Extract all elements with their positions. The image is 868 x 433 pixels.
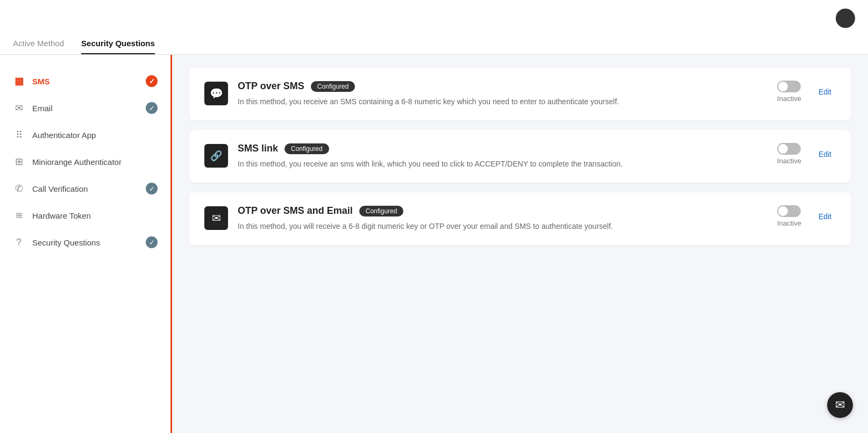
tab-active-method[interactable]: Active Method	[13, 34, 64, 54]
tab-security-questions[interactable]: Security Questions	[81, 34, 155, 54]
sidebar-label-sms: SMS	[32, 77, 50, 86]
email-sidebar-icon: ✉	[13, 102, 25, 114]
otp-sms-edit-button[interactable]: Edit	[814, 88, 836, 96]
sidebar-item-sms[interactable]: ▦SMS✓	[0, 68, 170, 95]
sidebar-item-security-questions[interactable]: ?Security Questions✓	[0, 229, 170, 256]
method-card-otp-sms: 💬OTP over SMSConfiguredIn this method, y…	[189, 68, 851, 120]
sms-link-icon: 🔗	[204, 144, 228, 168]
otp-sms-email-toggle[interactable]	[777, 205, 801, 217]
otp-sms-email-description: In this method, you will receive a 6-8 d…	[238, 221, 679, 232]
sidebar-item-call-verification[interactable]: ✆Call Verification✓	[0, 175, 170, 202]
sidebar: ▦SMS✓✉Email✓⠿Authenticator App⊞Miniorang…	[0, 55, 172, 433]
otp-sms-description: In this method, you receive an SMS conta…	[238, 96, 679, 107]
method-card-otp-sms-email: ✉OTP over SMS and EmailConfiguredIn this…	[189, 192, 851, 245]
sidebar-label-call-verification: Call Verification	[32, 184, 88, 193]
sidebar-item-hardware-token[interactable]: ≋Hardware Token	[0, 202, 170, 229]
sms-link-toggle[interactable]	[777, 143, 801, 155]
sms-link-title: SMS link	[238, 143, 278, 154]
sidebar-label-security-questions: Security Questions	[32, 238, 100, 247]
otp-sms-toggle-label: Inactive	[777, 95, 801, 103]
sms-link-toggle-label: Inactive	[777, 157, 801, 165]
sms-link-edit-button[interactable]: Edit	[814, 150, 836, 158]
authenticator-app-sidebar-icon: ⠿	[13, 129, 25, 141]
sidebar-check-sms: ✓	[146, 75, 158, 87]
sms-sidebar-icon: ▦	[13, 75, 25, 87]
content-area: 💬OTP over SMSConfiguredIn this method, y…	[172, 55, 868, 433]
otp-sms-email-toggle-label: Inactive	[777, 219, 801, 227]
sidebar-check-call-verification: ✓	[146, 183, 158, 194]
sidebar-label-miniorange-authenticator: Miniorange Authenticator	[32, 157, 122, 167]
security-questions-sidebar-icon: ?	[13, 237, 25, 248]
hardware-token-sidebar-icon: ≋	[13, 210, 25, 221]
method-card-sms-link: 🔗SMS linkConfiguredIn this method, you r…	[189, 130, 851, 183]
sms-link-description: In this method, you receive an sms with …	[238, 158, 679, 170]
otp-sms-email-icon: ✉	[204, 206, 228, 230]
sidebar-item-authenticator-app[interactable]: ⠿Authenticator App	[0, 121, 170, 148]
otp-sms-badge: Configured	[311, 81, 355, 92]
sms-link-badge: Configured	[284, 143, 329, 154]
tabs-bar: Active MethodSecurity Questions	[13, 34, 855, 54]
help-button[interactable]	[836, 9, 855, 28]
chat-button[interactable]: ✉	[827, 392, 853, 418]
sidebar-item-email[interactable]: ✉Email✓	[0, 95, 170, 121]
sidebar-label-authenticator-app: Authenticator App	[32, 131, 96, 140]
sidebar-check-email: ✓	[146, 102, 158, 114]
sidebar-item-miniorange-authenticator[interactable]: ⊞Miniorange Authenticator	[0, 148, 170, 175]
otp-sms-toggle[interactable]	[777, 81, 801, 92]
otp-sms-email-badge: Configured	[359, 206, 404, 216]
sidebar-check-security-questions: ✓	[146, 236, 158, 248]
sidebar-label-hardware-token: Hardware Token	[32, 211, 91, 220]
otp-sms-icon: 💬	[204, 82, 228, 105]
otp-sms-email-edit-button[interactable]: Edit	[814, 212, 836, 221]
miniorange-authenticator-sidebar-icon: ⊞	[13, 156, 25, 168]
sidebar-label-email: Email	[32, 104, 53, 113]
otp-sms-title: OTP over SMS	[238, 81, 304, 92]
call-verification-sidebar-icon: ✆	[13, 183, 25, 194]
otp-sms-email-title: OTP over SMS and Email	[238, 205, 353, 216]
